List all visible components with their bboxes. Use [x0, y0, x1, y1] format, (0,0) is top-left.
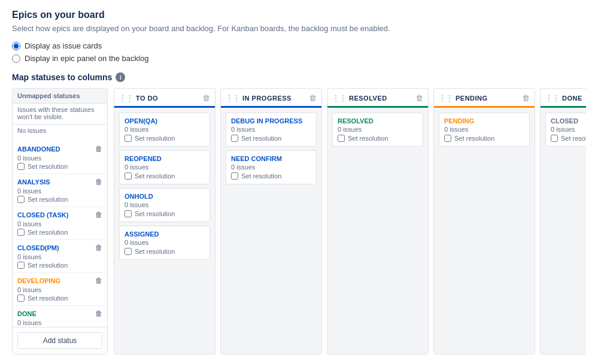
column-header: ⋮⋮ TO DO 🗑: [114, 89, 215, 108]
set-resolution-label: Set resolution: [28, 229, 68, 236]
status-card-issues: 0 issues: [125, 201, 205, 208]
no-issues-label: No issues: [13, 125, 107, 136]
set-resolution-label: Set resolution: [241, 135, 281, 142]
info-icon[interactable]: i: [116, 72, 125, 82]
radio-input-panel[interactable]: [12, 54, 20, 63]
column-delete-icon[interactable]: 🗑: [522, 93, 530, 102]
column-header: ⋮⋮ IN PROGRESS 🗑: [221, 89, 321, 108]
status-card-name: RESOLVED: [338, 117, 418, 125]
set-resolution-checkbox[interactable]: [17, 196, 25, 203]
delete-status-icon[interactable]: 🗑: [95, 244, 102, 252]
column-delete-icon[interactable]: 🗑: [309, 93, 317, 102]
set-resolution-checkbox[interactable]: [338, 135, 345, 142]
set-resolution-label: Set resolution: [241, 172, 281, 180]
column-delete-icon[interactable]: 🗑: [415, 93, 423, 102]
sidebar-issues-count: 0 issues: [17, 319, 102, 326]
board-column: ⋮⋮ RESOLVED 🗑 RESOLVED 0 issues Set reso…: [327, 88, 429, 354]
status-card: ONHOLD 0 issues Set resolution: [119, 188, 210, 222]
status-card: CLOSED 0 issues Set resolution: [545, 113, 586, 147]
board-column: ⋮⋮ PENDING 🗑 PENDING 0 issues Set resolu…: [433, 88, 535, 354]
set-resolution-checkbox[interactable]: [125, 248, 132, 255]
sidebar-status-name: ABANDONED 🗑: [17, 145, 102, 153]
set-resolution-label: Set resolution: [135, 248, 175, 255]
sidebar-issues-count: 0 issues: [17, 187, 102, 195]
sidebar-status-name: CLOSED(PM) 🗑: [17, 244, 102, 252]
status-card-name: CLOSED: [551, 117, 586, 125]
radio-label-panel: Display in epic panel on the backlog: [25, 54, 148, 63]
status-card-issues: 0 issues: [231, 163, 311, 171]
delete-status-icon[interactable]: 🗑: [95, 211, 102, 219]
status-card-issues: 0 issues: [338, 126, 418, 133]
set-resolution-checkbox[interactable]: [125, 172, 132, 180]
set-resolution-checkbox[interactable]: [17, 295, 25, 302]
board-column: ⋮⋮ IN PROGRESS 🗑 DEBUG IN PROGRESS 0 iss…: [220, 88, 322, 354]
add-status-button[interactable]: Add status: [17, 332, 102, 349]
sidebar-status-name: DONE 🗑: [17, 310, 102, 318]
map-statuses-header: Map statuses to columns i: [12, 72, 586, 82]
radio-option-panel[interactable]: Display in epic panel on the backlog: [12, 54, 586, 63]
sidebar-status-item: ANALYSIS 🗑 0 issues Set resolution: [13, 174, 107, 207]
status-card-set-resolution: Set resolution: [444, 135, 524, 142]
radio-input-cards[interactable]: [12, 42, 20, 50]
status-card-name: PENDING: [444, 117, 524, 125]
sidebar-content: ABANDONED 🗑 0 issues Set resolution ANAL…: [13, 136, 107, 327]
status-card-name: DEBUG IN PROGRESS: [231, 117, 311, 125]
set-resolution-checkbox[interactable]: [551, 135, 558, 142]
sidebar-footer: Add status: [13, 327, 107, 354]
radio-group: Display as issue cards Display in epic p…: [12, 41, 586, 63]
set-resolution-checkbox[interactable]: [231, 135, 238, 142]
delete-status-icon[interactable]: 🗑: [95, 145, 102, 153]
column-title-row: ⋮⋮ DONE: [545, 94, 582, 102]
status-card-set-resolution: Set resolution: [551, 135, 586, 142]
drag-icon[interactable]: ⋮⋮: [119, 94, 133, 102]
status-card-set-resolution: Set resolution: [125, 248, 205, 255]
drag-icon[interactable]: ⋮⋮: [332, 94, 347, 102]
column-title: TO DO: [136, 95, 158, 102]
status-card-issues: 0 issues: [231, 126, 311, 133]
page-title: Epics on your board: [12, 10, 586, 20]
drag-icon[interactable]: ⋮⋮: [226, 94, 240, 102]
set-resolution-checkbox[interactable]: [231, 172, 238, 180]
delete-status-icon[interactable]: 🗑: [95, 310, 102, 318]
sidebar-set-resolution: Set resolution: [17, 295, 102, 302]
column-body: DEBUG IN PROGRESS 0 issues Set resolutio…: [221, 108, 321, 354]
sidebar-status-item: CLOSED(PM) 🗑 0 issues Set resolution: [13, 240, 107, 273]
sidebar-status-item: DEVELOPING 🗑 0 issues Set resolution: [13, 273, 107, 306]
status-card-set-resolution: Set resolution: [125, 172, 205, 180]
status-card: PENDING 0 issues Set resolution: [439, 113, 530, 147]
status-card-name: NEED CONFIRM: [231, 155, 311, 162]
set-resolution-checkbox[interactable]: [17, 262, 25, 269]
delete-status-icon[interactable]: 🗑: [95, 178, 102, 186]
status-card-set-resolution: Set resolution: [231, 135, 311, 142]
set-resolution-label: Set resolution: [348, 135, 388, 142]
board-column: ⋮⋮ DONE 🗑 CLOSED 0 issues Set resolution: [540, 88, 586, 354]
column-title: DONE: [562, 95, 582, 102]
status-card-issues: 0 issues: [125, 126, 205, 133]
sidebar-status-item: CLOSED (TASK) 🗑 0 issues Set resolution: [13, 207, 107, 240]
status-card-set-resolution: Set resolution: [338, 135, 418, 142]
sidebar-set-resolution: Set resolution: [17, 229, 102, 236]
status-card-set-resolution: Set resolution: [231, 172, 311, 180]
set-resolution-checkbox[interactable]: [17, 163, 25, 170]
set-resolution-checkbox[interactable]: [125, 135, 132, 142]
column-header: ⋮⋮ PENDING 🗑: [434, 89, 535, 108]
status-card: ASSIGNED 0 issues Set resolution: [119, 226, 210, 260]
set-resolution-label: Set resolution: [28, 163, 68, 170]
column-body: CLOSED 0 issues Set resolution: [541, 108, 586, 354]
column-header: ⋮⋮ DONE 🗑: [541, 89, 586, 108]
page-subtitle: Select how epics are displayed on your b…: [12, 24, 586, 33]
set-resolution-checkbox[interactable]: [444, 135, 451, 142]
delete-status-icon[interactable]: 🗑: [95, 277, 102, 285]
columns-scroll: ⋮⋮ TO DO 🗑 OPEN(QA) 0 issues Set resolut…: [114, 88, 586, 354]
radio-label-cards: Display as issue cards: [25, 41, 102, 50]
set-resolution-checkbox[interactable]: [17, 229, 25, 236]
status-card: REOPENED 0 issues Set resolution: [119, 150, 210, 184]
columns-area: Unmapped statuses Issues with these stat…: [12, 88, 586, 354]
column-delete-icon[interactable]: 🗑: [202, 93, 210, 102]
drag-icon[interactable]: ⋮⋮: [439, 94, 453, 102]
sidebar-status-name: DEVELOPING 🗑: [17, 277, 102, 285]
set-resolution-checkbox[interactable]: [125, 210, 132, 217]
drag-icon[interactable]: ⋮⋮: [545, 94, 560, 102]
radio-option-cards[interactable]: Display as issue cards: [12, 41, 586, 50]
status-card-issues: 0 issues: [125, 163, 205, 171]
